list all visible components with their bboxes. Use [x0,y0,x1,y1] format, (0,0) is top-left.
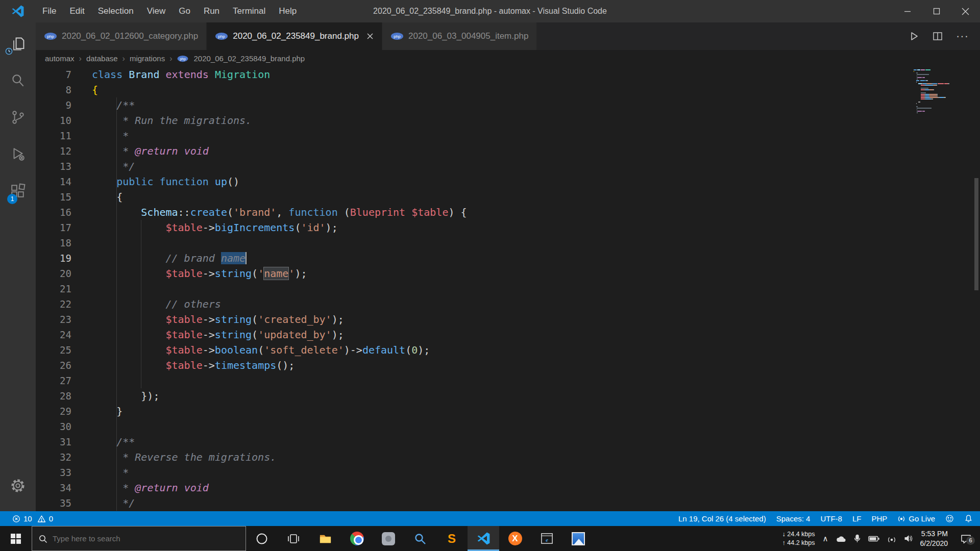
errors-indicator[interactable]: 10 [7,514,33,523]
notification-center-icon[interactable]: 6 [955,534,976,544]
search-input[interactable] [53,534,226,543]
code-line[interactable]: 14 public function up() [36,174,980,189]
tab-category[interactable]: php 2020_06_02_012600_category.php [36,22,207,50]
code-line[interactable]: 20 $table->string('name'); [36,266,980,281]
line-number: 12 [36,143,71,159]
microphone-icon[interactable] [854,534,861,543]
volume-icon[interactable] [904,535,913,542]
code-line[interactable]: 29 } [36,404,980,419]
go-live-button[interactable]: Go Live [892,514,940,523]
eol-setting[interactable]: LF [847,514,867,523]
code-line[interactable]: 26 $table->timestamps(); [36,358,980,373]
activity-bar: 1 [0,22,36,511]
run-button[interactable] [909,31,919,41]
code-line[interactable]: 22 // others [36,296,980,312]
language-mode[interactable]: PHP [866,514,892,523]
sublime-text-icon[interactable]: S [436,526,468,551]
editor[interactable]: 7class Brand extends Migration8{9 /**10 … [36,67,980,511]
feedback-icon[interactable] [940,514,959,523]
code-line[interactable]: 13 */ [36,159,980,174]
close-button[interactable] [951,0,980,22]
settings-gear-icon[interactable] [0,467,36,504]
tab-close-icon[interactable] [366,33,374,40]
start-button[interactable] [0,526,32,551]
breadcrumb-item-project[interactable]: automax [45,54,75,63]
search-icon[interactable] [0,62,36,99]
xampp-icon[interactable]: X [499,526,531,551]
notifications-bell-icon[interactable] [959,514,980,523]
chrome-icon[interactable] [341,526,373,551]
code-line[interactable]: 30 [36,419,980,434]
minimap[interactable] [914,69,971,114]
grey-app-icon[interactable] [373,526,404,551]
code-line[interactable]: 31 /** [36,434,980,449]
menu-go[interactable]: Go [172,0,197,22]
split-editor-button[interactable] [933,31,943,41]
code-line[interactable]: 17 $table->bigIncrements('id'); [36,220,980,235]
menu-selection[interactable]: Selection [91,0,140,22]
code-line[interactable]: 16 Schema::create('brand', function (Blu… [36,205,980,220]
indentation-setting[interactable]: Spaces: 4 [771,514,816,523]
code-line[interactable]: 27 [36,373,980,388]
svg-text:php: php [218,34,226,39]
code-line[interactable]: 23 $table->string('created_by'); [36,312,980,327]
encoding-setting[interactable]: UTF-8 [815,514,847,523]
menu-help[interactable]: Help [272,0,303,22]
code-line[interactable]: 9 /** [36,97,980,113]
battery-icon[interactable] [868,536,879,542]
run-debug-icon[interactable] [0,136,36,172]
network-signal-icon[interactable] [887,535,896,542]
code-line[interactable]: 35 */ [36,495,980,511]
cursor-position[interactable]: Ln 19, Col 26 (4 selected) [673,514,771,523]
minimize-button[interactable] [893,0,922,22]
vscode-taskbar-icon[interactable] [468,526,499,551]
net-speed-indicator[interactable]: ↓ 24.4 kbps ↑ 44.2 kbps [782,530,815,547]
breadcrumb-item-file[interactable]: 2020_06_02_235849_brand.php [193,54,305,63]
code-line[interactable]: 34 * @return void [36,480,980,495]
warnings-indicator[interactable]: 0 [36,514,58,523]
onedrive-cloud-icon[interactable] [836,535,846,542]
extensions-icon[interactable]: 1 [0,172,36,209]
maximize-button[interactable] [922,0,951,22]
code-line[interactable]: 8{ [36,82,980,97]
line-number: 33 [36,465,71,480]
taskbar-search[interactable] [32,526,246,551]
tab-item[interactable]: php 2020_06_03_004905_item.php [382,22,537,50]
menu-terminal[interactable]: Terminal [226,0,272,22]
errors-count: 10 [23,514,32,523]
code-line[interactable]: 24 $table->string('updated_by'); [36,327,980,342]
code-line[interactable]: 11 * [36,128,980,143]
taskbar-clock[interactable]: 5:53 PM 6/2/2020 [920,529,948,547]
more-actions-button[interactable]: ··· [956,30,969,43]
code-line[interactable]: 15 { [36,189,980,205]
line-number: 31 [36,434,71,449]
code-line[interactable]: 25 $table->boolean('soft_delete')->defau… [36,342,980,358]
breadcrumb-item-migrations[interactable]: migrations [130,54,165,63]
photos-icon[interactable] [562,526,594,551]
code-line[interactable]: 12 * @return void [36,143,980,159]
code-line[interactable]: 10 * Run the migrations. [36,113,980,128]
tray-chevron-icon[interactable]: ∧ [823,534,828,543]
code-line[interactable]: 7class Brand extends Migration [36,67,980,82]
code-line[interactable]: 19 // brand name [36,251,980,266]
code-line[interactable]: 32 * Reverse the migrations. [36,449,980,465]
tab-label: 2020_06_02_012600_category.php [62,31,198,41]
search-app-icon[interactable] [404,526,436,551]
breadcrumb-item-database[interactable]: database [86,54,118,63]
task-view-icon[interactable] [278,526,309,551]
browser-window-icon[interactable]: e [531,526,562,551]
code-line[interactable]: 21 [36,281,980,296]
download-arrow-icon: ↓ [782,531,786,538]
code-line[interactable]: 33 * [36,465,980,480]
menu-view[interactable]: View [140,0,173,22]
code-line[interactable]: 18 [36,235,980,251]
menu-edit[interactable]: Edit [63,0,91,22]
explorer-icon[interactable] [0,26,36,62]
cortana-icon[interactable] [246,526,278,551]
menu-run[interactable]: Run [197,0,226,22]
code-line[interactable]: 28 }); [36,388,980,404]
tab-brand[interactable]: php 2020_06_02_235849_brand.php [207,22,382,50]
source-control-icon[interactable] [0,99,36,136]
file-explorer-icon[interactable] [309,526,341,551]
menu-file[interactable]: File [36,0,63,22]
